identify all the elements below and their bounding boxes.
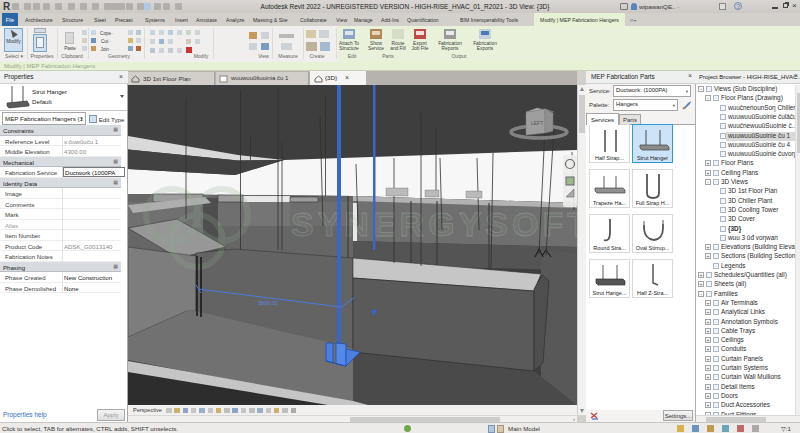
svg-text:3600.00: 3600.00 (258, 300, 278, 306)
svg-text:LEFT: LEFT (531, 120, 543, 126)
svg-text:SYNERGYSOFT: SYNERGYSOFT (291, 205, 577, 243)
